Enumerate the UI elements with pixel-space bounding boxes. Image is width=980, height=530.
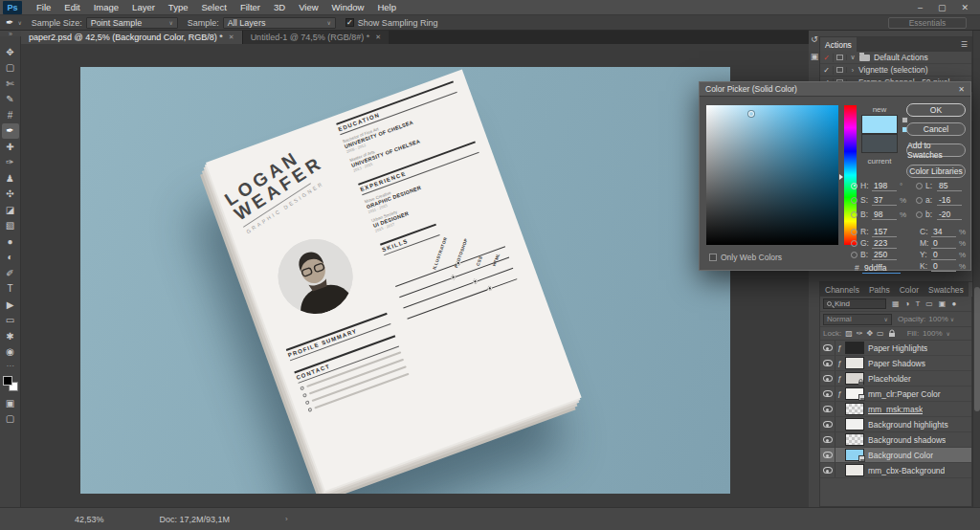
menu-edit[interactable]: Edit: [64, 2, 79, 12]
radio-icon[interactable]: [851, 240, 858, 247]
layer-thumbnail[interactable]: [845, 372, 864, 385]
layer-thumbnail[interactable]: [845, 403, 864, 415]
cyan-field[interactable]: C: 34 %: [920, 226, 969, 237]
red-field[interactable]: R: 157: [851, 226, 909, 237]
radio-icon[interactable]: [916, 183, 923, 189]
sample-select[interactable]: All Layers ∨: [223, 17, 336, 29]
tab-channels[interactable]: Channels: [820, 282, 864, 297]
green-field[interactable]: G: 223: [851, 237, 909, 249]
zoom-tool[interactable]: ◉: [2, 344, 19, 360]
hex-field[interactable]: # 9ddffa: [855, 262, 901, 274]
saturation-brightness-field[interactable]: [706, 105, 838, 245]
field-value[interactable]: 157: [872, 227, 897, 237]
chevron-down-icon[interactable]: ∨: [17, 19, 21, 26]
layer-thumbnail[interactable]: [845, 387, 864, 400]
visibility-toggle[interactable]: [820, 463, 835, 477]
visibility-toggle[interactable]: [820, 432, 835, 447]
add-to-swatches-button[interactable]: Add to Swatches: [906, 144, 966, 157]
layer-row[interactable]: ƒ Paper Shadows: [820, 356, 971, 371]
layer-thumbnail[interactable]: [845, 357, 864, 369]
history-brush-tool[interactable]: ✣: [2, 187, 19, 202]
color-field-marker[interactable]: [748, 111, 754, 117]
layer-thumbnail[interactable]: [845, 464, 864, 476]
panel-scrollbar[interactable]: [972, 31, 980, 507]
action-row-vignette[interactable]: ✓ › Vignette (selection): [820, 64, 971, 77]
field-value[interactable]: 0: [931, 238, 956, 249]
document-tab-untitled1[interactable]: Untitled-1 @ 74,5% (RGB/8#) * ✕: [242, 31, 390, 44]
visibility-toggle[interactable]: [820, 386, 835, 401]
lock-all-icon[interactable]: [888, 329, 896, 338]
visibility-toggle[interactable]: [820, 417, 835, 431]
menu-type[interactable]: Type: [168, 2, 189, 12]
visibility-toggle[interactable]: [820, 402, 835, 416]
crop-tool[interactable]: #: [2, 107, 19, 122]
move-tool[interactable]: ✥: [2, 44, 19, 59]
layer-row[interactable]: ƒ mm_clr:Paper Color: [820, 386, 971, 402]
filter-pixel-layers-icon[interactable]: ▦: [892, 299, 900, 308]
path-selection-tool[interactable]: ▶: [2, 297, 19, 312]
brightness-field[interactable]: B: 98 %: [851, 209, 909, 220]
lock-transparency-icon[interactable]: ▨: [845, 329, 853, 338]
action-check-icon[interactable]: ✓: [820, 54, 834, 62]
field-value[interactable]: 34: [931, 227, 956, 237]
tab-paths[interactable]: Paths: [864, 282, 895, 297]
lock-pixels-icon[interactable]: ✑: [857, 329, 863, 338]
field-value[interactable]: 250: [872, 250, 897, 260]
black-field[interactable]: K: 0 %: [920, 260, 969, 272]
field-value[interactable]: 85: [937, 181, 962, 191]
color-libraries-button[interactable]: Color Libraries: [906, 165, 966, 178]
edit-toolbar-icon[interactable]: ⋯: [7, 362, 14, 370]
document-tab-paper2[interactable]: paper2.psd @ 42,5% (Background Color, RG…: [21, 31, 242, 44]
action-dialog-toggle[interactable]: [834, 55, 847, 60]
visibility-toggle[interactable]: [820, 341, 835, 355]
tab-close-icon[interactable]: ✕: [375, 33, 381, 41]
lab-b-field[interactable]: b: -20: [916, 209, 962, 220]
brush-tool[interactable]: ✑: [2, 155, 19, 170]
menu-select[interactable]: Select: [201, 2, 226, 12]
lab-a-field[interactable]: a: -16: [916, 194, 962, 206]
layer-row[interactable]: ƒ Placeholder: [820, 371, 971, 386]
layer-thumbnail[interactable]: [845, 342, 864, 354]
layer-thumbnail[interactable]: [845, 418, 864, 431]
dodge-tool[interactable]: ◐: [2, 250, 19, 265]
blend-mode-select[interactable]: Normal ∨: [823, 314, 892, 325]
close-icon[interactable]: ✕: [961, 3, 969, 12]
minimize-icon[interactable]: –: [918, 3, 923, 12]
ok-button[interactable]: OK: [906, 103, 966, 117]
radio-icon[interactable]: [916, 197, 923, 204]
disclosure-icon[interactable]: ›: [847, 67, 858, 74]
blue-field[interactable]: B: 250: [851, 249, 909, 260]
tab-actions[interactable]: Actions: [820, 37, 857, 52]
layer-row[interactable]: Background highlights: [820, 417, 971, 432]
radio-selected-icon[interactable]: [851, 183, 858, 189]
quick-mask-button[interactable]: ▣: [2, 395, 19, 410]
eyedropper-tool[interactable]: ✒: [2, 123, 19, 139]
history-panel-icon[interactable]: ↺: [811, 34, 818, 44]
kind-filter-select[interactable]: Kind: [823, 298, 886, 309]
menu-image[interactable]: Image: [94, 2, 119, 12]
layer-thumbnail[interactable]: [845, 433, 864, 446]
gradient-tool[interactable]: ▧: [2, 218, 19, 233]
layer-row[interactable]: mm_cbx-Background: [820, 463, 971, 478]
field-value[interactable]: 0: [931, 250, 956, 260]
lock-artboard-icon[interactable]: ▭: [877, 329, 884, 338]
properties-panel-icon[interactable]: ▣: [811, 52, 819, 61]
only-web-colors-checkbox[interactable]: Only Web Colors: [709, 253, 782, 262]
tab-color[interactable]: Color: [895, 282, 924, 297]
layer-row[interactable]: Background shadows: [820, 432, 971, 448]
filter-smart-object-icon[interactable]: ▣: [939, 299, 947, 308]
radio-icon[interactable]: [851, 211, 858, 218]
foreground-color-swatch[interactable]: [3, 376, 12, 386]
field-value[interactable]: 0: [931, 261, 956, 272]
spot-healing-brush-tool[interactable]: ✚: [2, 139, 19, 154]
lab-l-field[interactable]: L: 85: [916, 180, 962, 191]
pen-tool[interactable]: ✐: [2, 265, 19, 280]
restore-icon[interactable]: ▢: [938, 3, 947, 12]
opacity-value[interactable]: 100%: [928, 315, 947, 323]
yellow-field[interactable]: Y: 0 %: [920, 249, 969, 260]
hand-tool[interactable]: ✱: [2, 328, 19, 343]
action-dialog-toggle[interactable]: [834, 67, 847, 73]
sample-size-select[interactable]: Point Sample ∨: [86, 17, 178, 29]
field-value[interactable]: -16: [937, 195, 962, 206]
magenta-field[interactable]: M: 0 %: [920, 237, 969, 249]
